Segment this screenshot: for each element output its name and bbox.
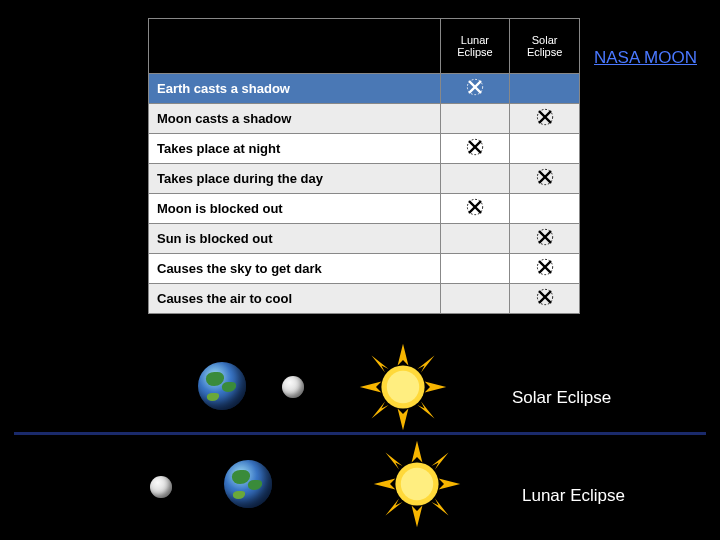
solar-cell xyxy=(510,104,580,134)
row-description: Sun is blocked out xyxy=(149,224,441,254)
lunar-cell xyxy=(440,164,510,194)
solar-cell xyxy=(510,134,580,164)
moon-icon xyxy=(282,376,304,398)
row-description: Moon casts a shadow xyxy=(149,104,441,134)
solar-cell xyxy=(510,254,580,284)
lunar-eclipse-label: Lunar Eclipse xyxy=(522,486,625,506)
solar-eclipse-label: Solar Eclipse xyxy=(512,388,611,408)
check-mark-icon xyxy=(536,288,554,306)
table-row: Earth casts a shadow xyxy=(149,74,580,104)
moon-icon xyxy=(150,476,172,498)
solar-cell xyxy=(510,74,580,104)
table-row: Takes place at night xyxy=(149,134,580,164)
lunar-cell xyxy=(440,104,510,134)
lunar-cell xyxy=(440,284,510,314)
nasa-moon-link[interactable]: NASA MOON xyxy=(594,48,697,68)
table-row: Causes the sky to get dark xyxy=(149,254,580,284)
row-description: Earth casts a shadow xyxy=(149,74,441,104)
lunar-cell xyxy=(440,224,510,254)
diagram-divider xyxy=(14,432,706,435)
solar-cell xyxy=(510,284,580,314)
check-mark-icon xyxy=(466,138,484,156)
table-row: Moon casts a shadow xyxy=(149,104,580,134)
table-row: Moon is blocked out xyxy=(149,194,580,224)
solar-cell xyxy=(510,164,580,194)
solar-cell xyxy=(510,224,580,254)
sun-icon xyxy=(358,342,448,432)
check-mark-icon xyxy=(536,168,554,186)
check-mark-icon xyxy=(536,228,554,246)
row-description: Moon is blocked out xyxy=(149,194,441,224)
table-row: Sun is blocked out xyxy=(149,224,580,254)
lunar-cell xyxy=(440,194,510,224)
svg-point-11 xyxy=(401,468,433,500)
row-description: Causes the air to cool xyxy=(149,284,441,314)
header-lunar: Lunar Eclipse xyxy=(440,19,510,74)
row-description: Takes place at night xyxy=(149,134,441,164)
table-row: Takes place during the day xyxy=(149,164,580,194)
solar-cell xyxy=(510,194,580,224)
eclipse-comparison-table: Lunar Eclipse Solar Eclipse Earth casts … xyxy=(148,18,580,314)
table-row: Causes the air to cool xyxy=(149,284,580,314)
earth-icon xyxy=(224,460,272,508)
earth-icon xyxy=(198,362,246,410)
lunar-cell xyxy=(440,134,510,164)
table-header-row: Lunar Eclipse Solar Eclipse xyxy=(149,19,580,74)
check-mark-icon xyxy=(536,258,554,276)
check-mark-icon xyxy=(536,108,554,126)
svg-point-9 xyxy=(387,371,419,403)
check-mark-icon xyxy=(466,198,484,216)
header-solar: Solar Eclipse xyxy=(510,19,580,74)
row-description: Causes the sky to get dark xyxy=(149,254,441,284)
header-desc xyxy=(149,19,441,74)
sun-icon xyxy=(372,439,462,529)
lunar-cell xyxy=(440,254,510,284)
check-mark-icon xyxy=(466,78,484,96)
row-description: Takes place during the day xyxy=(149,164,441,194)
lunar-cell xyxy=(440,74,510,104)
